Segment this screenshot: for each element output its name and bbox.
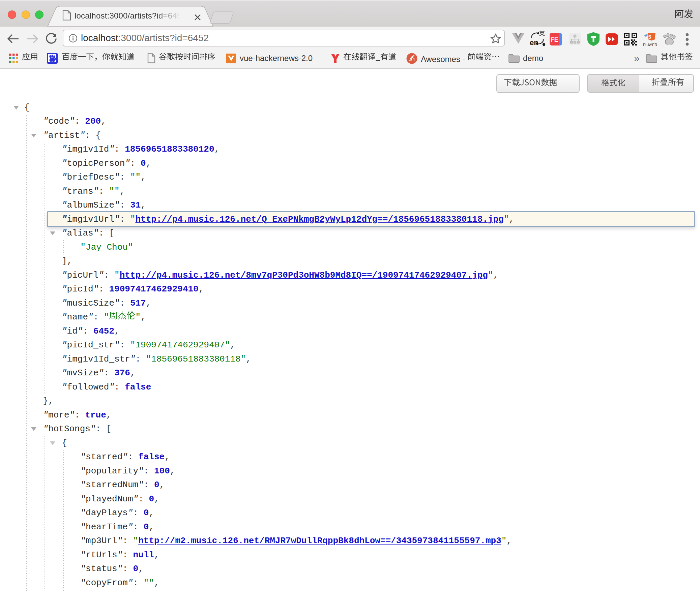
svg-text:PLAYER: PLAYER [643,43,657,47]
svg-text:5: 5 [648,34,651,40]
svg-text:en: en [530,38,538,47]
svg-text:FE: FE [551,36,558,43]
